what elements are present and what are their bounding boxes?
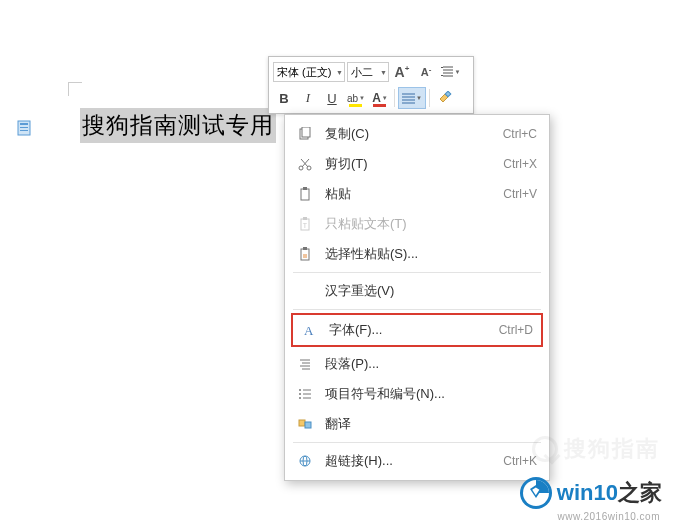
chevron-down-icon: ▼ bbox=[380, 69, 387, 76]
translate-icon bbox=[295, 416, 315, 432]
svg-rect-21 bbox=[305, 422, 311, 428]
svg-point-17 bbox=[299, 389, 301, 391]
menu-label: 汉字重选(V) bbox=[325, 282, 537, 300]
separator bbox=[394, 89, 395, 107]
font-size-select[interactable]: 小二 ▼ bbox=[347, 62, 389, 82]
sogou-watermark: 搜狗指南 bbox=[532, 434, 660, 464]
svg-rect-12 bbox=[303, 217, 307, 220]
menu-label: 段落(P)... bbox=[325, 355, 537, 373]
paragraph-icon bbox=[295, 356, 315, 372]
font-icon: A bbox=[299, 322, 319, 338]
page-margin-icon bbox=[17, 120, 31, 136]
menu-hyperlink[interactable]: 超链接(H)... Ctrl+K bbox=[285, 446, 549, 476]
svg-text:T: T bbox=[303, 222, 308, 229]
align-button[interactable]: ▼ bbox=[398, 87, 426, 109]
svg-point-18 bbox=[299, 393, 301, 395]
shrink-font-button[interactable]: A- bbox=[415, 61, 437, 83]
separator bbox=[429, 89, 430, 107]
font-size-value: 小二 bbox=[351, 65, 373, 80]
footer-brand: win10之家 bbox=[557, 478, 662, 508]
menu-label: 翻译 bbox=[325, 415, 537, 433]
blank-icon bbox=[295, 283, 315, 299]
clipboard-text-icon: T bbox=[295, 216, 315, 232]
menu-cut[interactable]: 剪切(T) Ctrl+X bbox=[285, 149, 549, 179]
menu-copy[interactable]: 复制(C) Ctrl+C bbox=[285, 119, 549, 149]
mini-toolbar: 宋体 (正文) ▼ 小二 ▼ A+ A- ▼ B I U ab ▼ A ▼ bbox=[268, 56, 474, 114]
svg-rect-3 bbox=[20, 130, 28, 131]
menu-bullets-numbering[interactable]: 项目符号和编号(N)... bbox=[285, 379, 549, 409]
menu-label: 项目符号和编号(N)... bbox=[325, 385, 537, 403]
chevron-down-icon: ▼ bbox=[455, 69, 461, 75]
win10-badge-icon bbox=[519, 476, 553, 510]
menu-shortcut: Ctrl+V bbox=[503, 187, 537, 201]
menu-shortcut: Ctrl+X bbox=[503, 157, 537, 171]
menu-reselect-hanzi[interactable]: 汉字重选(V) bbox=[285, 276, 549, 306]
format-painter-button[interactable] bbox=[433, 87, 455, 109]
menu-separator bbox=[293, 442, 541, 443]
menu-label: 字体(F)... bbox=[329, 321, 499, 339]
italic-button[interactable]: I bbox=[297, 87, 319, 109]
menu-separator bbox=[293, 272, 541, 273]
menu-paste-special[interactable]: 选择性粘贴(S)... bbox=[285, 239, 549, 269]
line-spacing-button[interactable]: ▼ bbox=[439, 61, 461, 83]
clipboard-special-icon bbox=[295, 246, 315, 262]
menu-separator bbox=[293, 309, 541, 310]
highlighted-font-item: A 字体(F)... Ctrl+D bbox=[291, 313, 543, 347]
chevron-down-icon: ▼ bbox=[416, 95, 422, 101]
menu-font[interactable]: A 字体(F)... Ctrl+D bbox=[293, 315, 541, 345]
chevron-down-icon: ▼ bbox=[382, 95, 388, 101]
ruler-corner bbox=[68, 82, 82, 96]
clipboard-icon bbox=[295, 186, 315, 202]
menu-paste-text-only: T 只粘贴文本(T) bbox=[285, 209, 549, 239]
menu-label: 剪切(T) bbox=[325, 155, 503, 173]
bold-button[interactable]: B bbox=[273, 87, 295, 109]
svg-rect-6 bbox=[302, 127, 310, 137]
menu-paste[interactable]: 粘贴 Ctrl+V bbox=[285, 179, 549, 209]
svg-rect-2 bbox=[20, 127, 28, 128]
svg-rect-1 bbox=[20, 123, 28, 125]
hyperlink-icon bbox=[295, 453, 315, 469]
context-menu: 复制(C) Ctrl+C 剪切(T) Ctrl+X 粘贴 Ctrl+V T 只粘… bbox=[284, 114, 550, 481]
menu-paragraph[interactable]: 段落(P)... bbox=[285, 349, 549, 379]
chevron-down-icon: ▼ bbox=[359, 95, 365, 101]
highlight-button[interactable]: ab ▼ bbox=[345, 87, 367, 109]
menu-label: 超链接(H)... bbox=[325, 452, 503, 470]
footer-logo: win10之家 bbox=[519, 476, 662, 510]
scissors-icon bbox=[295, 156, 315, 172]
underline-button[interactable]: U bbox=[321, 87, 343, 109]
font-color-button[interactable]: A ▼ bbox=[369, 87, 391, 109]
list-icon bbox=[295, 386, 315, 402]
svg-rect-20 bbox=[299, 420, 305, 426]
selected-text[interactable]: 搜狗指南测试专用 bbox=[80, 108, 276, 143]
menu-label: 只粘贴文本(T) bbox=[325, 215, 537, 233]
magnifier-icon bbox=[532, 436, 558, 462]
font-name-select[interactable]: 宋体 (正文) ▼ bbox=[273, 62, 345, 82]
copy-icon bbox=[295, 126, 315, 142]
menu-shortcut: Ctrl+C bbox=[503, 127, 537, 141]
watermark-text: 搜狗指南 bbox=[564, 434, 660, 464]
svg-rect-9 bbox=[301, 189, 309, 200]
menu-shortcut: Ctrl+D bbox=[499, 323, 533, 337]
svg-point-19 bbox=[299, 397, 301, 399]
menu-label: 粘贴 bbox=[325, 185, 503, 203]
svg-rect-15 bbox=[303, 247, 307, 250]
footer-url: www.2016win10.com bbox=[558, 511, 660, 522]
menu-label: 选择性粘贴(S)... bbox=[325, 245, 537, 263]
menu-label: 复制(C) bbox=[325, 125, 503, 143]
menu-translate[interactable]: 翻译 bbox=[285, 409, 549, 439]
svg-text:A: A bbox=[304, 323, 314, 337]
font-name-value: 宋体 (正文) bbox=[277, 65, 331, 80]
chevron-down-icon: ▼ bbox=[336, 69, 343, 76]
grow-font-button[interactable]: A+ bbox=[391, 61, 413, 83]
svg-rect-10 bbox=[303, 187, 307, 190]
